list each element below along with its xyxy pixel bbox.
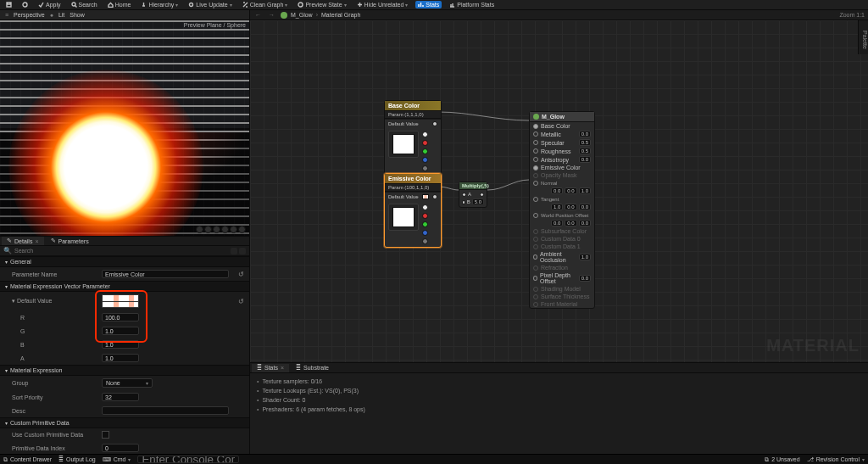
browse-icon[interactable] [19,1,31,8]
output-pin-g[interactable] [422,148,428,154]
reset-icon[interactable]: ↺ [238,298,244,305]
out-anisotropy-v[interactable]: 0.0 [579,156,591,163]
palette-tab[interactable]: Palette [858,20,868,54]
live-update-dropdown[interactable]: Live Update▾ [186,1,234,8]
val-pdi[interactable]: 0 [102,444,139,452]
out-specular-v[interactable]: 0.5 [579,139,591,146]
graph-title[interactable]: M_Glow [291,12,313,18]
preview-state-dropdown[interactable]: Preview State▾ [295,1,348,8]
node-material-output[interactable]: M_Glow Base Color Metallic0.0 Specular0.… [529,111,595,309]
details-search-input[interactable] [14,248,231,254]
reset-icon[interactable]: ↺ [238,271,244,278]
material-graph-canvas[interactable]: Palette MATERIAL Base Color Param (1,1,1… [250,20,868,362]
input-pin[interactable] [533,165,538,171]
input-pin[interactable] [533,294,538,299]
input-pin[interactable] [533,287,538,292]
tab-stats[interactable]: ≣Stats× [252,364,289,372]
val-b[interactable]: 1.0 [102,340,139,349]
viewport-lit-icon[interactable]: ● [50,12,53,18]
input-pin[interactable] [533,302,538,307]
save-icon[interactable] [3,1,14,8]
input-pin-a[interactable] [462,193,466,197]
graph-crumb[interactable]: Material Graph [321,12,360,18]
node-multiply[interactable]: Multiply(,5) A B5.0 [459,182,487,208]
revision-control-button[interactable]: ⎇Revision Control▾ [807,456,865,463]
viewport-perspective[interactable]: Perspective [14,12,45,18]
out-pdo-v[interactable]: 0.0 [579,275,591,282]
input-pin[interactable] [533,276,537,281]
output-pin-r[interactable] [422,140,428,146]
val-a[interactable]: 1.0 [102,354,139,362]
stats-toggle[interactable]: Stats [415,1,442,8]
output-pin-rgb[interactable] [422,131,428,137]
hide-unrelated-dropdown[interactable]: Hide Unrelated▾ [354,1,411,8]
node-base-color[interactable]: Base Color Param (1,1,1,0) Default Value [384,100,442,175]
unsaved-button[interactable]: ⧉2 Unsaved [765,456,799,463]
search-button[interactable]: Search [69,1,100,8]
output-pin-a[interactable] [422,165,428,171]
input-pin[interactable] [533,124,538,129]
output-pin-b[interactable] [422,157,428,163]
input-pin[interactable] [533,181,538,186]
viewport-lit[interactable]: Lit [58,12,64,18]
output-pin-r[interactable] [422,213,428,219]
section-cpd[interactable]: ▾Custom Primitive Data [0,417,249,428]
viewport-menu-icon[interactable]: ≡ [5,12,8,18]
input-pin[interactable] [533,173,538,178]
input-pin[interactable] [533,229,538,234]
input-pin[interactable] [533,197,538,202]
color-swatch[interactable] [102,294,139,308]
input-pin[interactable] [533,131,538,137]
apply-button[interactable]: Apply [36,1,64,8]
out-ao-v[interactable]: 1.0 [579,254,591,260]
pin-b-value[interactable]: 5.0 [472,198,484,205]
input-pin[interactable] [533,254,537,260]
node-emissive-color[interactable]: Emissive Color Param (100,1,1,0) Default… [384,173,442,248]
content-drawer-button[interactable]: ⧉Content Drawer [3,456,52,463]
input-pin[interactable] [533,148,538,154]
val-desc[interactable] [102,406,229,415]
output-pin[interactable] [480,193,484,197]
nav-back[interactable]: ← [253,12,263,18]
val-parameter-name[interactable]: Emissive Color [102,270,229,278]
input-pin[interactable] [533,213,538,218]
section-mevp[interactable]: ▾Material Expression Vector Parameter [0,281,249,292]
viewport-shape-buttons[interactable] [196,226,246,233]
checkbox-use-cpd[interactable] [102,431,109,439]
group-dropdown[interactable]: None▾ [102,378,153,388]
output-pin-a[interactable] [422,238,428,244]
console-command-input[interactable] [137,456,239,463]
input-pin[interactable] [533,140,538,145]
material-preview-viewport[interactable]: Preview Plane / Sphere [0,20,249,236]
val-sort-priority[interactable]: 32 [102,393,139,401]
output-pin[interactable] [432,121,437,126]
input-pin[interactable] [533,266,538,271]
input-pin[interactable] [533,237,538,242]
val-r[interactable]: 100.0 [102,313,139,321]
section-mat-exp[interactable]: ▾Material Expression [0,365,249,376]
home-button[interactable]: Home [105,1,134,8]
input-pin[interactable] [533,157,538,162]
output-log-button[interactable]: ≣Output Log [58,456,96,463]
input-pin-b[interactable] [462,200,465,204]
viewport-show[interactable]: Show [70,12,85,18]
lbl-default-value[interactable]: ▾ Default Value [12,298,97,305]
tab-substrate[interactable]: ≣Substrate [291,364,334,372]
filter-icon[interactable] [231,248,237,254]
input-pin[interactable] [533,244,538,249]
platform-stats-button[interactable]: Platform Stats [447,1,497,8]
output-pin[interactable] [432,194,437,199]
node-color-swatch[interactable] [392,207,415,227]
out-roughness-v[interactable]: 0.5 [579,148,591,154]
node-color-swatch[interactable] [392,134,415,154]
output-pin-g[interactable] [422,221,428,227]
section-general[interactable]: ▾General [0,256,249,267]
clean-graph-dropdown[interactable]: Clean Graph▾ [240,1,291,8]
nav-forward[interactable]: → [267,12,276,18]
tab-details[interactable]: ✎Details× [2,237,44,245]
output-pin-rgb[interactable] [422,204,428,210]
hierarchy-dropdown[interactable]: Hierarchy▾ [138,1,181,8]
tab-parameters[interactable]: ✎Parameters [46,237,94,245]
output-pin-b[interactable] [422,230,428,236]
settings-icon[interactable] [239,248,246,254]
